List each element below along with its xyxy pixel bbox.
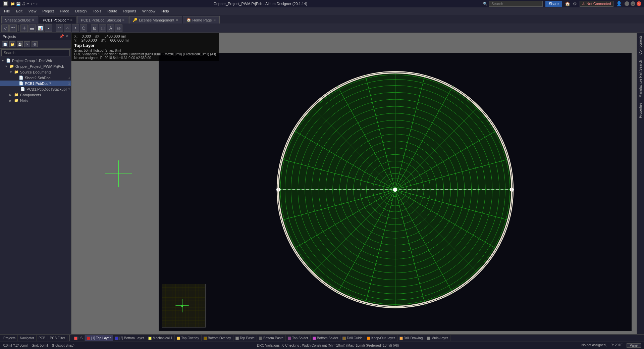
tool-poly[interactable]: ⬡ (80, 24, 87, 32)
tab-close-pcb1[interactable]: ✕ (70, 18, 73, 22)
layer-ls[interactable]: LS (72, 335, 85, 341)
titlebar: 🔲 📁 💾 🖨 ✂ ↩ ↪ Gripper_Project_PWM.PrjPcb… (0, 0, 644, 7)
tool-crop[interactable]: ⊡ (91, 24, 98, 32)
layer-multi[interactable]: Multi-Layer (425, 335, 450, 341)
sidebar-pin-icon[interactable]: 📌 (59, 34, 64, 39)
layer-top-overlay[interactable]: Top Overlay (175, 335, 201, 341)
layer-top-solder[interactable]: Top Solder (286, 335, 311, 341)
tree-arrow-1: ▼ (5, 65, 8, 68)
tree-item-nets[interactable]: ▶ 📁 Nets (0, 98, 71, 103)
y-label: Y: (74, 38, 77, 42)
tool-cross[interactable]: ✛ (20, 24, 28, 32)
layer-drill-drawing[interactable]: Drill Drawing (397, 335, 425, 341)
settings-icon[interactable]: ⚙ (573, 1, 577, 6)
tab-pcb1[interactable]: PCB1.PcbDoc * ✕ (39, 16, 76, 23)
layer-bottom-paste[interactable]: Bottom Paste (257, 335, 286, 341)
tool-dot[interactable]: • (72, 24, 79, 32)
tree-label-pcb1-stackup: PCB1.PcbDoc [Stackup] (26, 87, 66, 91)
tree-label-pcb1: PCB1.PcbDoc * (25, 82, 51, 86)
right-panel-properties[interactable]: Properties (637, 100, 644, 121)
sidebar-close-icon[interactable]: ✕ (65, 34, 68, 39)
tool-chart[interactable]: 📊 (37, 24, 44, 32)
layer-color-ls (74, 337, 77, 340)
menu-help[interactable]: Help (159, 8, 172, 14)
user-icon[interactable]: 👤 (616, 1, 622, 6)
right-panel-components[interactable]: Components (637, 33, 644, 57)
tree-badge-sheet2: □ (68, 76, 70, 80)
sidebar-new-btn[interactable]: 📄 (2, 41, 8, 47)
menu-project[interactable]: Project (40, 8, 56, 14)
tool-arc[interactable]: ◠ (56, 24, 63, 32)
tool-measure[interactable]: ⬚ (99, 24, 106, 32)
tab-pcb1-stackup[interactable]: PCB1.PcbDoc [Stackup] ✕ (77, 16, 128, 23)
tree-badge-pcb1: □ (68, 82, 70, 85)
tree-item-project-group[interactable]: ▼ 📄 Project Group 1.DsnWrk (0, 58, 71, 63)
layer-color-multi (427, 337, 430, 340)
right-panel-manufacture[interactable]: Manufacture Part Search (637, 57, 644, 100)
tab-label-license: License Management (139, 18, 174, 22)
layer-drill-guide[interactable]: Drill Guide (340, 335, 365, 341)
bottom-nav-filter[interactable]: PCB Filter (48, 335, 68, 341)
layer-bottom[interactable]: [2] Bottom Layer (113, 335, 146, 341)
tree-icon-2: 📁 (14, 70, 19, 74)
home-icon[interactable]: 🏠 (565, 1, 570, 6)
tool-text[interactable]: A (107, 24, 114, 32)
layer-top[interactable]: [1] Top Layer (85, 335, 113, 341)
tree-item-components[interactable]: ▶ 📁 Components (0, 92, 71, 98)
tab-sheet2[interactable]: Sheet2.SchDoc ✕ (1, 16, 38, 23)
close-button[interactable]: ✕ (637, 1, 641, 6)
menu-route[interactable]: Route (105, 8, 120, 14)
tab-close-home[interactable]: ✕ (213, 18, 216, 22)
layer-keepout[interactable]: Keep-Out Layer (365, 335, 397, 341)
sidebar-settings-btn[interactable]: ⚙ (32, 41, 38, 47)
status-panel[interactable]: Panel (627, 343, 641, 348)
layer-bottom-solder[interactable]: Bottom Solder (311, 335, 340, 341)
menu-window[interactable]: Window (140, 8, 158, 14)
pcb-canvas-area[interactable]: X: 0.000 dX: 5400.000 mil Y: 2450.000 dY… (71, 33, 637, 334)
titlebar-search[interactable] (489, 1, 543, 7)
menu-reports[interactable]: Reports (120, 8, 139, 14)
bottom-nav-pcb[interactable]: PCB (37, 335, 48, 341)
layer-label-keepout: Keep-Out Layer (371, 336, 395, 340)
tool-circle[interactable]: ○ (64, 24, 71, 32)
tab-close-license[interactable]: ✕ (176, 18, 178, 22)
layer-label-bottom-paste: Bottom Paste (263, 336, 283, 340)
menu-design[interactable]: Design (72, 8, 89, 14)
sidebar-open-btn[interactable]: 📁 (9, 41, 15, 47)
layer-tabs: Projects Navigator PCB PCB Filter LS [1]… (0, 334, 644, 342)
layer-mechanical[interactable]: Mechanical 1 (146, 335, 175, 341)
tab-home[interactable]: 🏠 Home Page ✕ (183, 16, 220, 23)
menu-tools[interactable]: Tools (90, 8, 104, 14)
menu-view[interactable]: View (26, 8, 39, 14)
minimize-button[interactable]: — (625, 1, 629, 6)
tree-item-source-docs[interactable]: ▼ 📁 Source Documents (0, 69, 71, 75)
sidebar-search-input[interactable] (1, 49, 70, 56)
tool-drc[interactable]: ◎ (115, 24, 122, 32)
tool-filter[interactable]: ▽ (1, 24, 9, 32)
tree-item-sheet2[interactable]: 📄 Sheet2.SchDoc □ (0, 75, 71, 81)
bottom-nav-navigator[interactable]: Navigator (18, 335, 37, 341)
tree-item-pcb1[interactable]: 📄 PCB1.PcbDoc * □ (0, 81, 71, 86)
layer-top-paste[interactable]: Top Paste (233, 335, 257, 341)
search-icon: 🔍 (483, 2, 488, 6)
menu-file[interactable]: File (1, 8, 13, 14)
share-button[interactable]: Share (545, 1, 562, 7)
status-coords: X:0mil Y:2450mil (3, 344, 28, 347)
menu-edit[interactable]: Edit (13, 8, 25, 14)
tool-bar[interactable]: ▬ (29, 24, 36, 32)
menu-place[interactable]: Place (57, 8, 72, 14)
maximize-button[interactable]: □ (631, 1, 635, 6)
tool-rect[interactable]: ▪ (45, 24, 52, 32)
pcb-board[interactable] (159, 53, 632, 331)
tool-wire[interactable]: 〜 (9, 24, 17, 32)
layer-bottom-overlay[interactable]: Bottom Overlay (202, 335, 233, 341)
tab-close-pcb1-stackup[interactable]: ✕ (122, 18, 125, 22)
toolbar: ▽ 〜 ✛ ▬ 📊 ▪ ◠ ○ • ⬡ ⊡ ⬚ A ◎ (0, 23, 644, 33)
tree-item-pcb1-stackup[interactable]: 📄 PCB1.PcbDoc [Stackup] □ (0, 86, 71, 92)
tab-close-sheet2[interactable]: ✕ (32, 18, 35, 22)
tab-license[interactable]: 🔑 License Management ✕ (129, 16, 182, 23)
sidebar-close-btn[interactable]: ✕ (24, 41, 30, 47)
sidebar-save-btn[interactable]: 💾 (17, 41, 23, 47)
tree-item-gripper-project[interactable]: ▼ 📁 Gripper_Project_PWM.PrjPcb (0, 63, 71, 69)
bottom-nav-projects[interactable]: Projects (1, 335, 18, 341)
